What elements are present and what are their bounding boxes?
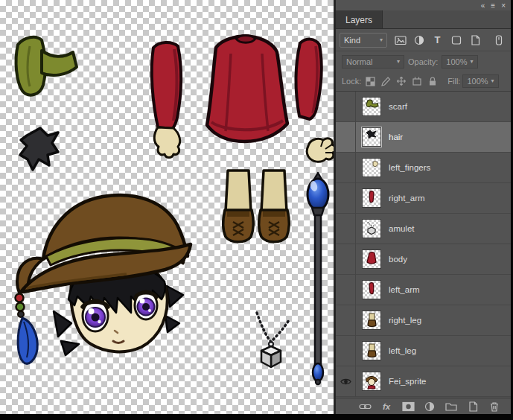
layers-panel: « ≡ × Layers Kind ▾ T — [336, 0, 511, 414]
visibility-eye-icon[interactable] — [336, 366, 356, 397]
sprite-head — [16, 195, 191, 363]
sprite-right-arm — [152, 42, 181, 158]
layer-name: hair — [389, 133, 403, 141]
sprite-right-leg — [223, 171, 253, 242]
add-layer-mask-icon[interactable] — [401, 401, 415, 413]
fill-label: Fill: — [447, 77, 460, 86]
layers-toolbar: fx — [336, 398, 511, 414]
lock-label: Lock: — [342, 77, 361, 86]
lock-artboard-icon[interactable] — [410, 75, 424, 88]
close-icon[interactable]: × — [501, 2, 506, 10]
link-layers-icon[interactable] — [358, 401, 372, 413]
sprite-left-fingers — [307, 139, 334, 162]
layer-row[interactable]: left_leg — [336, 336, 511, 366]
shape-filter-icon[interactable] — [447, 33, 465, 48]
layer-row[interactable]: right_leg — [336, 305, 511, 336]
layer-row[interactable]: Fei_sprite — [336, 366, 511, 397]
layer-thumbnail[interactable] — [362, 280, 381, 299]
layer-thumbnail[interactable] — [362, 372, 381, 391]
layer-thumbnail[interactable] — [362, 127, 381, 147]
layer-name: right_leg — [389, 316, 421, 325]
filter-kind-select[interactable]: Kind ▾ — [340, 33, 387, 48]
sprite-hair-tuft — [20, 128, 58, 170]
visibility-toggle[interactable] — [336, 214, 356, 244]
visibility-toggle[interactable] — [336, 244, 356, 275]
layer-thumbnail[interactable] — [362, 249, 381, 269]
kind-label: Kind — [344, 36, 360, 45]
chevron-down-icon: ▾ — [380, 37, 383, 43]
sprite-body — [207, 36, 287, 142]
layer-row[interactable]: left_arm — [336, 275, 511, 305]
new-group-folder-icon[interactable] — [445, 401, 458, 413]
layer-name: Fei_sprite — [389, 377, 427, 386]
lock-pixels-brush-icon[interactable] — [379, 75, 392, 88]
layer-thumbnail[interactable] — [362, 188, 381, 208]
lock-all-icon[interactable] — [426, 75, 439, 88]
layer-row[interactable]: amulet — [336, 214, 511, 244]
layer-name: left_arm — [389, 285, 420, 294]
layer-name: scarf — [389, 102, 407, 111]
tab-strip-spacer — [383, 10, 511, 28]
sprite-sheet — [0, 0, 334, 414]
layer-name: amulet — [389, 224, 415, 233]
layer-name: left_leg — [389, 346, 416, 355]
visibility-toggle[interactable] — [336, 92, 356, 122]
fill-input[interactable]: 100% ▾ — [462, 74, 498, 88]
panel-chrome: « ≡ × — [336, 0, 511, 10]
layer-thumbnail[interactable] — [362, 158, 381, 177]
layer-name: right_arm — [389, 194, 425, 203]
window-bottom-edge — [0, 414, 513, 420]
layer-name: left_fingers — [389, 163, 430, 172]
layer-thumbnail[interactable] — [362, 97, 381, 116]
blend-row: Normal ▾ Opacity: 100% ▾ — [336, 51, 511, 71]
visibility-toggle[interactable] — [336, 183, 356, 214]
layer-styles-fx-icon[interactable]: fx — [380, 401, 393, 413]
fill-value: 100% — [467, 77, 488, 86]
blend-mode-value: Normal — [346, 57, 372, 66]
layer-row[interactable]: right_arm — [336, 183, 511, 214]
visibility-toggle[interactable] — [336, 153, 356, 183]
layer-filter-row: Kind ▾ T — [336, 29, 511, 51]
layer-thumbnail[interactable] — [362, 311, 381, 330]
layer-thumbnail[interactable] — [362, 219, 381, 238]
visibility-toggle[interactable] — [336, 336, 356, 366]
layer-thumbnail[interactable] — [362, 341, 381, 360]
sprite-left-leg — [259, 171, 289, 242]
type-filter-icon[interactable]: T — [429, 33, 446, 48]
pixel-filter-icon[interactable] — [392, 33, 409, 48]
sprite-scarf — [16, 37, 77, 95]
lock-row: Lock: Fill: 100% ▾ — [336, 71, 511, 92]
panel-tab-strip: Layers — [336, 10, 511, 29]
adjustment-filter-icon[interactable] — [410, 33, 427, 48]
opacity-value: 100% — [446, 57, 467, 66]
lock-position-icon[interactable] — [395, 75, 408, 88]
layer-row[interactable]: left_fingers — [336, 153, 511, 183]
layer-row[interactable]: body — [336, 244, 511, 275]
delete-layer-trash-icon[interactable] — [488, 401, 501, 413]
blend-mode-select[interactable]: Normal ▾ — [342, 55, 404, 69]
chevron-down-icon: ▾ — [471, 59, 474, 65]
opacity-label: Opacity: — [408, 57, 438, 66]
new-layer-icon[interactable] — [466, 401, 479, 413]
document-canvas[interactable] — [0, 0, 334, 414]
opacity-input[interactable]: 100% ▾ — [442, 55, 477, 69]
visibility-toggle[interactable] — [336, 305, 356, 336]
sprite-left-arm — [296, 39, 322, 119]
layer-row[interactable]: hair — [336, 122, 511, 153]
new-adjustment-layer-icon[interactable] — [423, 401, 436, 413]
smart-object-filter-icon[interactable] — [466, 33, 483, 48]
visibility-toggle[interactable] — [336, 122, 356, 153]
sprite-amulet — [257, 313, 289, 367]
photoshop-window: « ≡ × Layers Kind ▾ T — [0, 0, 513, 420]
sprite-staff — [308, 173, 328, 384]
visibility-toggle[interactable] — [336, 275, 356, 305]
filter-switch-icon[interactable] — [490, 33, 507, 48]
lock-transparency-icon[interactable] — [363, 75, 377, 88]
panel-menu-icon[interactable]: ≡ — [491, 2, 495, 10]
chevron-down-icon: ▾ — [397, 59, 400, 65]
layer-name: body — [389, 255, 407, 264]
tab-layers[interactable]: Layers — [336, 10, 383, 28]
layer-row[interactable]: scarf — [336, 92, 511, 122]
chevron-down-icon: ▾ — [491, 78, 494, 84]
collapse-panels-icon[interactable]: « — [481, 2, 485, 10]
